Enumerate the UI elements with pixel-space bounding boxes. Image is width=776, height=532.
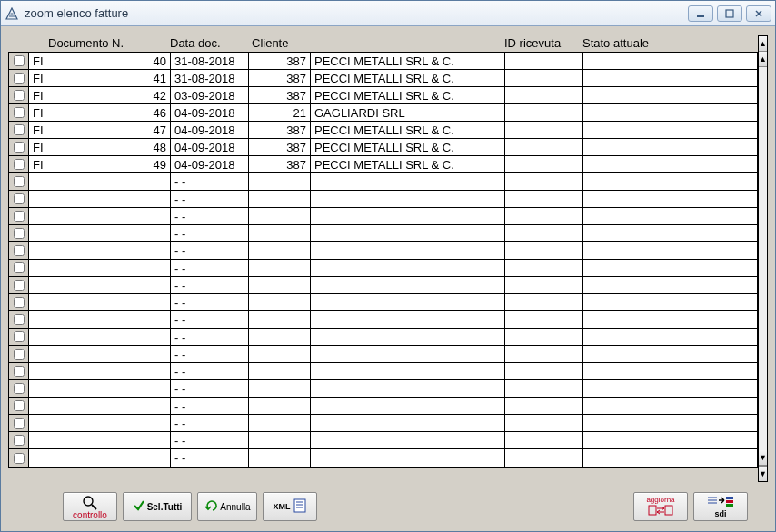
cell-data: - - xyxy=(171,225,249,241)
row-checkbox[interactable] xyxy=(14,211,25,222)
cell-cliente-name: PECCI METALLI SRL & C. xyxy=(311,87,505,103)
scroll-top-icon[interactable]: ▲ xyxy=(759,36,767,52)
row-checkbox[interactable] xyxy=(14,435,25,446)
cell-cliente-name xyxy=(311,363,505,379)
cell-cliente-name xyxy=(311,329,505,345)
col-idricevuta: ID ricevuta xyxy=(504,36,582,50)
table-row[interactable]: - - xyxy=(9,363,758,380)
cell-numero xyxy=(65,311,171,328)
close-button[interactable] xyxy=(746,5,771,22)
table-row[interactable]: - - xyxy=(9,277,758,294)
row-checkbox-cell xyxy=(9,398,29,414)
row-checkbox-cell xyxy=(9,87,29,103)
col-stato: Stato attuale xyxy=(582,36,757,50)
table-row[interactable]: FI4131-08-2018387PECCI METALLI SRL & C. xyxy=(9,70,758,87)
cell-id-ricevuta xyxy=(505,432,583,448)
cell-cliente-code xyxy=(249,173,311,190)
table-row[interactable]: FI4604-09-201821GAGLIARDI SRL xyxy=(9,104,758,122)
table-row[interactable]: FI4203-09-2018387PECCI METALLI SRL & C. xyxy=(9,87,758,104)
row-checkbox-cell xyxy=(9,449,29,467)
table-row[interactable]: - - xyxy=(9,449,758,467)
cell-cliente-name: PECCI METALLI SRL & C. xyxy=(311,122,505,138)
row-checkbox[interactable] xyxy=(14,383,25,394)
cell-cliente-code: 387 xyxy=(249,139,311,155)
cell-cliente-name xyxy=(311,398,505,414)
table-row[interactable]: - - xyxy=(9,380,758,398)
scroll-down-icon[interactable]: ▼ xyxy=(759,450,767,466)
row-checkbox[interactable] xyxy=(14,418,25,429)
table-row[interactable]: FI4031-08-2018387PECCI METALLI SRL & C. xyxy=(9,53,758,70)
cell-data: - - xyxy=(171,191,249,207)
table-row[interactable]: - - xyxy=(9,173,758,191)
sdi-button[interactable]: sdi xyxy=(693,492,748,521)
cell-cliente-code xyxy=(249,208,311,224)
row-checkbox[interactable] xyxy=(14,349,25,360)
row-checkbox[interactable] xyxy=(14,366,25,377)
sel-tutti-button[interactable]: Sel.Tutti xyxy=(123,492,192,521)
aggiorna-button[interactable]: aggiorna xyxy=(633,492,688,521)
table-row[interactable]: FI4804-09-2018387PECCI METALLI SRL & C. xyxy=(9,139,758,156)
row-checkbox[interactable] xyxy=(14,400,25,411)
scroll-up-icon[interactable]: ▲ xyxy=(759,52,767,67)
cell-stato xyxy=(583,294,758,310)
svg-line-7 xyxy=(92,505,96,509)
row-checkbox[interactable] xyxy=(14,193,25,204)
table-row[interactable]: - - xyxy=(9,432,758,449)
cell-numero: 42 xyxy=(65,87,171,103)
row-checkbox[interactable] xyxy=(14,280,25,291)
col-documento: Documento N. xyxy=(28,36,170,50)
cell-cliente-code: 387 xyxy=(249,122,311,138)
cell-numero xyxy=(65,173,171,190)
row-checkbox[interactable] xyxy=(14,159,25,170)
cell-data: 04-09-2018 xyxy=(171,104,249,121)
table-row[interactable]: FI4904-09-2018387PECCI METALLI SRL & C. xyxy=(9,156,758,173)
row-checkbox[interactable] xyxy=(14,453,25,464)
row-checkbox[interactable] xyxy=(14,90,25,101)
row-checkbox[interactable] xyxy=(14,73,25,84)
cell-data: - - xyxy=(171,380,249,397)
row-checkbox[interactable] xyxy=(14,228,25,239)
cell-numero xyxy=(65,191,171,207)
table-row[interactable]: - - xyxy=(9,329,758,346)
row-checkbox[interactable] xyxy=(14,314,25,325)
table-row[interactable]: FI4704-09-2018387PECCI METALLI SRL & C. xyxy=(9,122,758,139)
row-checkbox[interactable] xyxy=(14,176,25,187)
cell-id-ricevuta xyxy=(505,329,583,345)
row-checkbox[interactable] xyxy=(14,107,25,118)
minimize-button[interactable] xyxy=(688,5,713,22)
cell-tipo xyxy=(29,380,65,397)
table-row[interactable]: - - xyxy=(9,260,758,277)
table-row[interactable]: - - xyxy=(9,208,758,225)
table-row[interactable]: - - xyxy=(9,398,758,415)
table-row[interactable]: - - xyxy=(9,415,758,432)
row-checkbox[interactable] xyxy=(14,331,25,342)
table-row[interactable]: - - xyxy=(9,191,758,208)
row-checkbox[interactable] xyxy=(14,124,25,135)
row-checkbox[interactable] xyxy=(14,245,25,256)
cell-cliente-code xyxy=(249,294,311,310)
row-checkbox[interactable] xyxy=(14,262,25,273)
cell-data: 03-09-2018 xyxy=(171,87,249,103)
table-row[interactable]: - - xyxy=(9,346,758,363)
maximize-button[interactable] xyxy=(717,5,742,22)
row-checkbox[interactable] xyxy=(14,55,25,66)
table-row[interactable]: - - xyxy=(9,294,758,311)
xml-button[interactable]: XML xyxy=(263,492,317,521)
row-checkbox[interactable] xyxy=(14,142,25,153)
cell-cliente-code xyxy=(249,363,311,379)
cell-id-ricevuta xyxy=(505,415,583,431)
cell-data: - - xyxy=(171,294,249,310)
cell-numero: 49 xyxy=(65,156,171,172)
scroll-bottom-icon[interactable]: ▼ xyxy=(759,466,767,481)
cell-data: - - xyxy=(171,277,249,293)
vertical-scrollbar[interactable]: ▲ ▲ ▼ ▼ xyxy=(758,35,768,482)
table-row[interactable]: - - xyxy=(9,311,758,329)
row-checkbox[interactable] xyxy=(14,297,25,308)
cell-numero xyxy=(65,398,171,414)
controllo-button[interactable]: controllo xyxy=(63,492,117,521)
table-row[interactable]: - - xyxy=(9,225,758,242)
annulla-button[interactable]: Annulla xyxy=(197,492,257,521)
table-row[interactable]: - - xyxy=(9,242,758,260)
cell-stato xyxy=(583,363,758,379)
cell-stato xyxy=(583,156,758,172)
